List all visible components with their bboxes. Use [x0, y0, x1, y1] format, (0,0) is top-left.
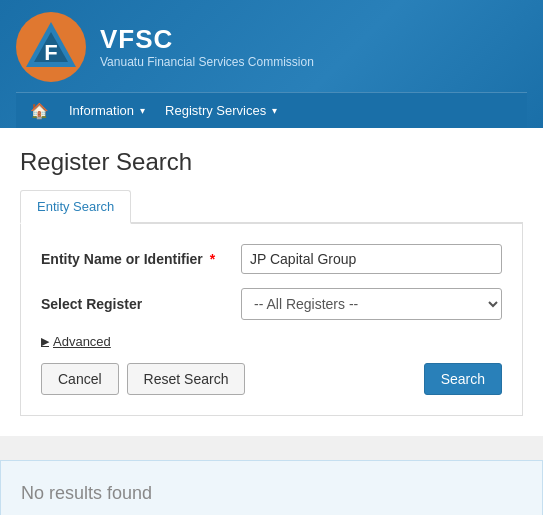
select-register-label: Select Register — [41, 296, 241, 312]
reset-search-button[interactable]: Reset Search — [127, 363, 246, 395]
advanced-toggle[interactable]: ▶ Advanced — [41, 334, 502, 349]
select-register-row: Select Register -- All Registers -- Comp… — [41, 288, 502, 320]
main-content: Register Search Entity Search Entity Nam… — [0, 128, 543, 436]
entity-name-row: Entity Name or Identifier * — [41, 244, 502, 274]
chevron-down-icon: ▾ — [140, 105, 145, 116]
tab-entity-search[interactable]: Entity Search — [20, 190, 131, 224]
home-icon: 🏠 — [30, 102, 49, 120]
entity-name-label: Entity Name or Identifier * — [41, 251, 241, 267]
search-form: Entity Name or Identifier * Select Regis… — [20, 224, 523, 416]
register-select[interactable]: -- All Registers -- Companies Partnershi… — [241, 288, 502, 320]
entity-name-input[interactable] — [241, 244, 502, 274]
page-title: Register Search — [20, 148, 523, 176]
advanced-label: Advanced — [53, 334, 111, 349]
svg-text:F: F — [44, 40, 57, 65]
nav-registry-label: Registry Services — [165, 103, 266, 118]
chevron-down-icon-2: ▾ — [272, 105, 277, 116]
required-indicator: * — [206, 251, 215, 267]
site-header: F VFSC Vanuatu Financial Services Commis… — [0, 0, 543, 128]
no-results-text: No results found — [21, 483, 522, 504]
org-short-name: VFSC — [100, 25, 314, 54]
logo: F — [16, 12, 86, 82]
nav-information-label: Information — [69, 103, 134, 118]
cancel-button[interactable]: Cancel — [41, 363, 119, 395]
main-nav: 🏠 Information ▾ Registry Services ▾ — [16, 92, 527, 128]
tabs-container: Entity Search — [20, 190, 523, 224]
nav-registry-services[interactable]: Registry Services ▾ — [155, 93, 287, 129]
chevron-right-icon: ▶ — [41, 335, 49, 348]
search-button[interactable]: Search — [424, 363, 502, 395]
nav-information[interactable]: Information ▾ — [59, 93, 155, 129]
header-text: VFSC Vanuatu Financial Services Commissi… — [100, 25, 314, 70]
content-gap — [0, 436, 543, 448]
header-top: F VFSC Vanuatu Financial Services Commis… — [16, 12, 527, 82]
form-buttons: Cancel Reset Search Search — [41, 363, 502, 395]
no-results-panel: No results found — [0, 460, 543, 515]
advanced-section: ▶ Advanced — [41, 334, 502, 349]
nav-home[interactable]: 🏠 — [20, 93, 59, 129]
org-full-name: Vanuatu Financial Services Commission — [100, 55, 314, 69]
